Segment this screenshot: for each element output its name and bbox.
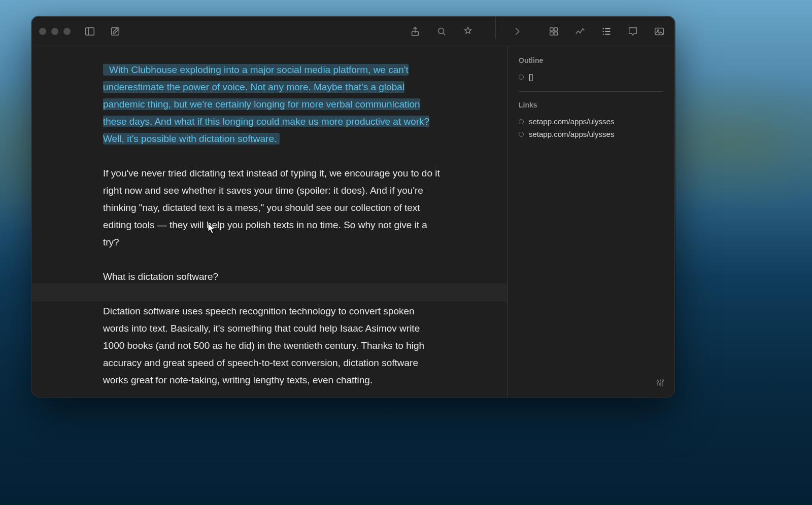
editor-heading[interactable]: What is dictation software? <box>103 268 441 285</box>
revision-mode-button[interactable] <box>460 23 476 40</box>
link-item[interactable]: setapp.com/apps/ulysses <box>519 128 663 140</box>
link-item[interactable]: setapp.com/apps/ulysses <box>519 115 663 128</box>
editor[interactable]: With Clubhouse exploding into a major so… <box>32 46 507 397</box>
editor-paragraph-selected[interactable]: With Clubhouse exploding into a major so… <box>103 61 441 148</box>
svg-point-21 <box>659 383 661 385</box>
svg-rect-5 <box>550 27 553 30</box>
svg-rect-0 <box>86 27 94 35</box>
statistics-tab-icon[interactable] <box>572 23 588 40</box>
compose-button[interactable] <box>107 23 123 40</box>
svg-rect-7 <box>550 31 553 34</box>
outline-tab-icon[interactable] <box>598 23 615 40</box>
content-area: With Clubhouse exploding into a major so… <box>32 46 674 397</box>
dashboard-tab-icon[interactable] <box>546 23 562 40</box>
outline-item[interactable]: [] <box>519 70 663 83</box>
svg-point-13 <box>602 33 603 34</box>
svg-point-11 <box>602 30 603 31</box>
selected-text: With Clubhouse exploding into a major so… <box>103 64 429 144</box>
inspector-settings-button[interactable] <box>655 378 665 390</box>
inspector-panel: Outline [] Links setapp.com/apps/ulysses… <box>507 46 674 397</box>
links-section-title: Links <box>519 101 663 109</box>
search-button[interactable] <box>433 23 450 40</box>
titlebar <box>32 17 674 46</box>
link-item-label: setapp.com/apps/ulysses <box>529 117 614 126</box>
svg-rect-8 <box>554 31 557 34</box>
annotations-tab-icon[interactable] <box>625 23 641 40</box>
collapse-inspector-button[interactable] <box>509 23 525 40</box>
inspector-separator <box>519 91 663 92</box>
editor-paragraph[interactable]: Dictation software uses speech recogniti… <box>103 303 441 389</box>
svg-point-4 <box>438 28 444 33</box>
svg-point-9 <box>602 28 603 29</box>
bullet-icon <box>519 132 524 137</box>
svg-point-22 <box>662 380 663 381</box>
app-window: With Clubhouse exploding into a major so… <box>31 16 675 398</box>
bullet-icon <box>519 119 524 124</box>
share-button[interactable] <box>407 23 423 40</box>
svg-point-20 <box>657 381 658 382</box>
minimize-window-button[interactable] <box>51 28 58 35</box>
editor-paragraph[interactable]: If you've never tried dictating text ins… <box>103 165 441 251</box>
svg-rect-6 <box>554 27 557 30</box>
close-window-button[interactable] <box>39 28 46 35</box>
zoom-window-button[interactable] <box>63 28 71 35</box>
bullet-icon <box>519 75 524 80</box>
toggle-sidebar-button[interactable] <box>82 23 98 40</box>
link-item-label: setapp.com/apps/ulysses <box>529 130 614 138</box>
media-tab-icon[interactable] <box>651 23 667 40</box>
window-controls <box>39 28 71 35</box>
outline-section-title: Outline <box>519 56 663 64</box>
outline-item-label: [] <box>529 73 533 81</box>
titlebar-divider <box>495 16 496 39</box>
